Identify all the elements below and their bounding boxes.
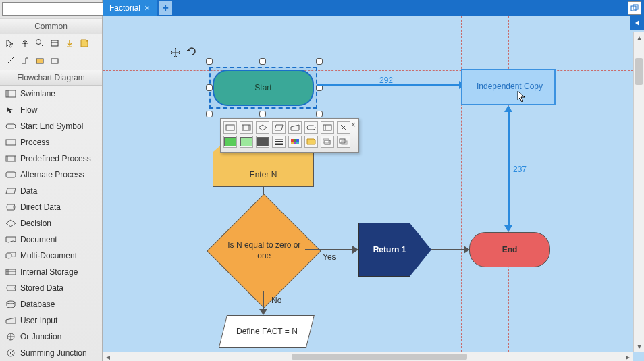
vertical-scrollbar[interactable]: ▴ ▾	[633, 32, 644, 352]
tab-close-button[interactable]: ×	[144, 3, 150, 13]
scroll-left-button[interactable]: ◂	[103, 352, 113, 361]
tab-factorial[interactable]: Factorial ×	[103, 0, 157, 16]
popup-swatch-1[interactable]	[223, 136, 237, 148]
palette-userinput[interactable]: User Input	[0, 312, 102, 329]
resize-handle[interactable]	[206, 84, 213, 91]
node-end[interactable]: End	[469, 232, 550, 267]
palette-stored[interactable]: Stored Data	[0, 280, 102, 296]
node-return1[interactable]: Return 1	[358, 223, 431, 277]
popup-close-button[interactable]: ×	[351, 120, 356, 130]
popup-shapes-row	[223, 121, 356, 134]
popup-shape-predef[interactable]	[240, 121, 253, 134]
or-icon	[5, 332, 16, 341]
popup-swatch-2[interactable]	[240, 136, 253, 148]
palette-data[interactable]: Data	[0, 183, 102, 199]
popup-shape-delete[interactable]	[337, 121, 350, 134]
new-tab-button[interactable]: +	[159, 1, 172, 15]
scroll-thumb[interactable]	[635, 58, 643, 85]
node-decision[interactable]: Is N equal to zero or one	[207, 194, 321, 308]
edge-label-no: No	[271, 296, 281, 305]
palette-or[interactable]: Or Junction	[0, 329, 102, 345]
rect-tool[interactable]	[34, 55, 46, 67]
move-handle[interactable]	[170, 47, 181, 60]
section-common[interactable]: Common	[0, 18, 102, 34]
container-tool[interactable]	[49, 37, 61, 49]
popup-colorpicker[interactable]	[288, 136, 302, 148]
multidoc-icon	[5, 251, 16, 260]
popup-shape-data[interactable]	[272, 121, 286, 134]
orth-tool[interactable]	[19, 55, 31, 67]
node-start[interactable]: Start	[213, 70, 314, 106]
note-tool[interactable]	[78, 37, 90, 49]
userinput-icon	[290, 124, 300, 131]
svg-rect-30	[226, 125, 234, 130]
popup-shape-rect[interactable]	[223, 121, 237, 134]
diagram-canvas[interactable]: Start 292 Independent Copy 237 Enter N	[103, 16, 644, 361]
scroll-up-button[interactable]: ▴	[634, 32, 644, 43]
collapse-panel-button[interactable]	[630, 16, 644, 30]
color-swatch	[257, 137, 269, 146]
resize-handle[interactable]	[316, 111, 323, 117]
popup-note[interactable]	[304, 136, 318, 148]
popup-lineweight[interactable]	[272, 136, 286, 148]
section-flowchart[interactable]: Flowchart Diagram	[0, 70, 102, 86]
rotate-icon	[186, 46, 197, 57]
palette-label: Data	[20, 186, 37, 196]
shape-tool[interactable]	[49, 55, 61, 67]
popup-shape-terminator[interactable]	[304, 121, 318, 134]
search-input[interactable]	[2, 2, 110, 16]
palette-terminator[interactable]: Start End Symbol	[0, 118, 102, 134]
pointer-icon	[5, 38, 15, 48]
palette-flow[interactable]: Flow	[0, 102, 102, 118]
palette-swimlane[interactable]: Swimlane	[0, 86, 102, 102]
palette-altproc[interactable]: Alternate Process	[0, 167, 102, 183]
node-define[interactable]: Define FACT = N	[219, 315, 315, 348]
popup-shape-diamond[interactable]	[256, 121, 269, 134]
palette-intstore[interactable]: Internal Storage	[0, 264, 102, 280]
palette-label: Direct Data	[20, 202, 61, 212]
palette-label: Flow	[20, 105, 37, 115]
palette-database[interactable]: Database	[0, 296, 102, 312]
line-tool[interactable]	[4, 55, 16, 67]
resize-handle[interactable]	[206, 111, 213, 117]
popup-swatch-3[interactable]	[256, 136, 269, 148]
popup-shape-userinput[interactable]	[288, 121, 302, 134]
pan-icon	[20, 38, 30, 48]
resize-handle[interactable]	[316, 58, 323, 65]
horizontal-scrollbar[interactable]: ◂ ▸	[103, 352, 633, 361]
predef-icon	[5, 154, 16, 163]
resize-handle[interactable]	[259, 58, 266, 65]
resize-handle[interactable]	[206, 58, 213, 65]
tab-label: Factorial	[109, 3, 140, 13]
palette-multidoc[interactable]: Multi-Document	[0, 248, 102, 264]
palette-decision[interactable]: Decision	[0, 215, 102, 231]
node-copy-ghost[interactable]: Independent Copy	[461, 69, 556, 105]
detach-button[interactable]	[628, 1, 641, 15]
resize-handle[interactable]	[259, 111, 266, 117]
svg-rect-9	[51, 59, 58, 63]
scroll-down-button[interactable]: ▾	[634, 341, 644, 352]
arrowhead-icon	[504, 225, 512, 232]
svg-rect-18	[6, 269, 16, 275]
palette-process[interactable]: Process	[0, 134, 102, 150]
palette-directdata[interactable]: Direct Data	[0, 199, 102, 215]
popup-shape-swimlane[interactable]	[321, 121, 334, 134]
popup-sendback[interactable]	[337, 136, 350, 148]
terminator-icon	[5, 121, 16, 131]
zoom-tool[interactable]	[34, 37, 46, 49]
edge	[305, 249, 354, 250]
rotate-handle[interactable]	[186, 46, 197, 59]
arrow-down-tool[interactable]	[63, 37, 76, 49]
popup-bringfront[interactable]	[321, 136, 334, 148]
palette-predef[interactable]: Predefined Process	[0, 150, 102, 167]
scroll-thumb[interactable]	[292, 354, 467, 360]
pan-tool[interactable]	[19, 37, 31, 49]
palette-sum[interactable]: Summing Junction	[0, 345, 102, 361]
node-label: Return 1	[373, 245, 406, 254]
palette-document[interactable]: Document	[0, 231, 102, 248]
pointer-tool[interactable]	[4, 37, 16, 49]
palette-label: User Input	[20, 316, 57, 325]
terminator-icon	[306, 124, 316, 131]
scroll-right-button[interactable]: ▸	[622, 352, 633, 361]
intstore-icon	[5, 267, 16, 277]
